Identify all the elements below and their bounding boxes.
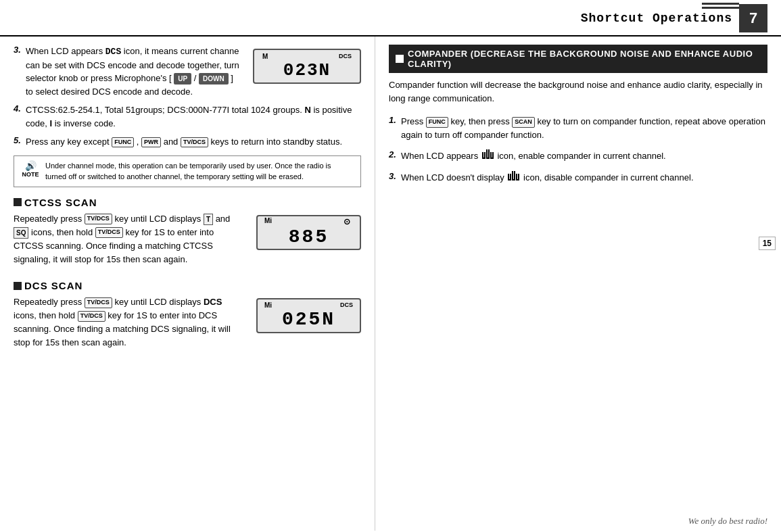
ctcss-tvdcs-key2: TV/DCS: [95, 227, 123, 238]
ctcss-block: Mi ⊙ 885 Repeatedly press TV/DCS key unt…: [14, 212, 361, 270]
compander-title: COMPANDER (DECREASE THE BACKGROUND NOISE…: [408, 49, 761, 69]
step3-dcs: DCS: [105, 47, 121, 57]
header-line-1: [702, 3, 739, 5]
right-step-2-content: When LCD appears icon, enable compander …: [401, 149, 767, 163]
ctcss-title: CTCSS SCAN: [24, 197, 97, 208]
lcd3-value: 025N: [282, 309, 335, 330]
lcd2-mi: Mi: [264, 217, 272, 224]
right-step-num-1: 1.: [389, 115, 401, 125]
right-step-3-content: When LCD doesn't display icon, disable c…: [401, 171, 767, 185]
step-4: 4. CTCSS:62.5-254.1, Total 51groups; DCS…: [14, 103, 361, 130]
step4-i: I: [49, 118, 52, 128]
step3-text1: When LCD appears: [26, 46, 103, 56]
step-3: 3. When LCD appears DCS icon, it means c…: [14, 45, 239, 98]
func-key: FUNC: [112, 137, 134, 148]
compander-icon-off: [508, 171, 519, 180]
right-step-3: 3. When LCD doesn't display icon, disabl…: [389, 171, 767, 185]
step-num-3: 3.: [14, 45, 26, 55]
comp-icon-part3: [490, 152, 494, 159]
dcs-title: DCS SCAN: [24, 280, 82, 291]
page-title: Shortcut Operations: [581, 11, 732, 25]
right-step-2: 2. When LCD appears icon, enable compand…: [389, 149, 767, 163]
right-page-num: 15: [759, 237, 776, 250]
step-num-5: 5.: [14, 135, 26, 145]
lcd-ctcss-top-row: Mi ⊙: [264, 217, 353, 226]
lcd3-dcs-label: DCS: [340, 301, 353, 308]
step-4-content: CTCSS:62.5-254.1, Total 51groups; DCS:00…: [26, 103, 361, 130]
lcd1-m-label: M: [262, 53, 268, 60]
dcs-dcs-label: DCS: [204, 297, 222, 307]
right-section-square: [396, 55, 404, 63]
lcd2-scan-icon: ⊙: [344, 217, 350, 226]
main-content: M DCS 023N 3. When LCD appears DCS icon,…: [0, 37, 781, 531]
header-line-2: [702, 7, 739, 9]
step5-text2: keys to return into standby status.: [211, 137, 342, 147]
note-icon-area: 🔊 NOTE: [21, 160, 40, 178]
right-column: COMPANDER (DECREASE THE BACKGROUND NOISE…: [375, 37, 781, 531]
section-square-ctcss: [14, 198, 22, 206]
dcs-tvdcs-key1: TV/DCS: [85, 297, 112, 308]
note-box: 🔊 NOTE Under channel mode, this operatio…: [14, 155, 361, 187]
page-number: 7: [739, 4, 767, 32]
lcd-display-1: M DCS 023N: [253, 49, 361, 84]
step-3-block: M DCS 023N 3. When LCD appears DCS icon,…: [14, 45, 361, 103]
lcd1-dcs-label: DCS: [339, 53, 352, 60]
step-num-4: 4.: [14, 103, 26, 114]
comp-icon-part2: [486, 149, 490, 159]
right-func-key: FUNC: [426, 117, 448, 128]
comp-icon-off-part2: [512, 171, 515, 180]
left-column: M DCS 023N 3. When LCD appears DCS icon,…: [0, 37, 375, 531]
step-5: 5. Press any key except FUNC , PWR and T…: [14, 135, 361, 149]
t-icon: T: [204, 214, 213, 226]
comp-icon-off-part: [508, 174, 511, 180]
step-5-content: Press any key except FUNC , PWR and TV/D…: [26, 135, 361, 149]
compander-header: COMPANDER (DECREASE THE BACKGROUND NOISE…: [389, 45, 767, 73]
compander-icon-on: [482, 149, 494, 159]
right-step-1: 1. Press FUNC key, then press SCAN key t…: [389, 115, 767, 141]
note-text: Under channel mode, this operation can b…: [45, 160, 354, 183]
dcs-tvdcs-key2: TV/DCS: [78, 311, 105, 322]
lcd-dcs: Mi DCS 025N: [256, 298, 361, 333]
right-step-num-3: 3.: [389, 171, 401, 181]
section-square-dcs: [14, 282, 22, 290]
lcd-dcs-bottom-row: 025N: [264, 309, 353, 330]
pwr-key: PWR: [141, 137, 161, 148]
lcd3-mi: Mi: [264, 301, 272, 309]
step4-n: N: [304, 105, 310, 115]
page-header: Shortcut Operations 7: [0, 0, 781, 37]
dcs-block: Mi DCS 025N Repeatedly press TV/DCS key …: [14, 295, 361, 353]
ctcss-tvdcs-key1: TV/DCS: [85, 214, 112, 224]
right-step-1-content: Press FUNC key, then press SCAN key to t…: [401, 115, 767, 141]
lcd-ctcss-inner: Mi ⊙ 885: [264, 217, 353, 247]
up-key: UP: [174, 73, 191, 84]
lcd1-value: 023N: [283, 60, 331, 80]
comp-icon-off-part3: [516, 174, 519, 180]
right-scan-key: SCAN: [512, 117, 535, 128]
lcd-ctcss: Mi ⊙ 885: [256, 215, 361, 250]
right-step-num-2: 2.: [389, 149, 401, 160]
ctcss-section-header: CTCSS SCAN: [14, 197, 361, 208]
step-3-content: When LCD appears DCS icon, it means curr…: [26, 45, 239, 98]
footer-text: We only do best radio!: [688, 516, 767, 527]
lcd-dcs-top-row: Mi DCS: [264, 301, 353, 309]
lcd2-value: 885: [289, 226, 329, 247]
compander-intro: Compander function will decrease the bac…: [389, 78, 767, 105]
comp-icon-part: [482, 152, 486, 159]
lcd-dcs-inner: Mi DCS 025N: [264, 301, 353, 330]
down-key: DOWN: [199, 73, 229, 84]
note-label: NOTE: [22, 171, 39, 178]
dcs-section-header: DCS SCAN: [14, 280, 361, 291]
tvdcs-key: TV/DCS: [181, 137, 208, 148]
lcd-ctcss-bottom-row: 885: [264, 226, 353, 247]
sq-icon: SQ: [14, 227, 28, 239]
